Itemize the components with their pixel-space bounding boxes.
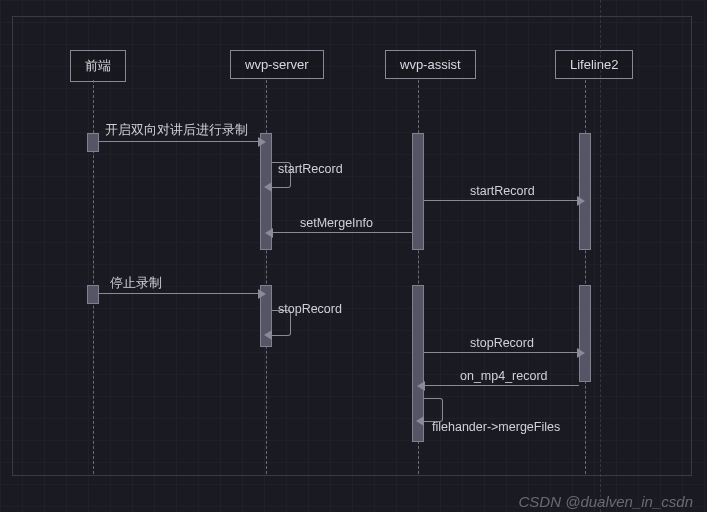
self-loop-m9 (424, 398, 443, 422)
msg-stopRecord-self: stopRecord (278, 302, 342, 316)
arrow-m7 (424, 352, 577, 353)
watermark: CSDN @dualven_in_csdn (519, 493, 694, 510)
msg-mergeFiles: filehander->mergeFiles (432, 420, 560, 434)
participant-wvp-server: wvp-server (230, 50, 324, 79)
arrow-m3 (424, 200, 577, 201)
arrow-head-m1 (258, 137, 266, 147)
msg-start-talk-record: 开启双向对讲后进行录制 (105, 122, 248, 139)
activation-frontend-1 (87, 133, 99, 152)
msg-stopRecord-l2: stopRecord (470, 336, 534, 350)
arrow-m8 (425, 385, 579, 386)
participant-label: wvp-assist (400, 57, 461, 72)
activation-wvp-assist-1 (412, 133, 424, 250)
activation-frontend-2 (87, 285, 99, 304)
arrow-head-m4 (265, 228, 273, 238)
msg-on-mp4-record: on_mp4_record (460, 369, 548, 383)
msg-setMergeInfo: setMergeInfo (300, 216, 373, 230)
activation-lifeline2-1 (579, 133, 591, 250)
participant-label: Lifeline2 (570, 57, 618, 72)
arrow-head-m5 (258, 289, 266, 299)
arrow-m5 (99, 293, 258, 294)
participant-lifeline2: Lifeline2 (555, 50, 633, 79)
participant-frontend: 前端 (70, 50, 126, 82)
msg-stop-record: 停止录制 (110, 275, 162, 292)
participant-label: wvp-server (245, 57, 309, 72)
arrow-head-m7 (577, 348, 585, 358)
arrow-m1 (99, 141, 258, 142)
lifeline-edge-right (600, 0, 601, 512)
arrow-head-m3 (577, 196, 585, 206)
arrow-head-m6 (264, 330, 272, 340)
arrow-head-m2 (264, 182, 272, 192)
arrow-head-m8 (417, 381, 425, 391)
participant-label: 前端 (85, 58, 111, 73)
msg-startRecord-l2: startRecord (470, 184, 535, 198)
watermark-text: CSDN @dualven_in_csdn (519, 493, 694, 510)
msg-startRecord-self: startRecord (278, 162, 343, 176)
participant-wvp-assist: wvp-assist (385, 50, 476, 79)
arrow-m4 (273, 232, 412, 233)
arrow-head-m9 (416, 416, 424, 426)
activation-lifeline2-2 (579, 285, 591, 382)
